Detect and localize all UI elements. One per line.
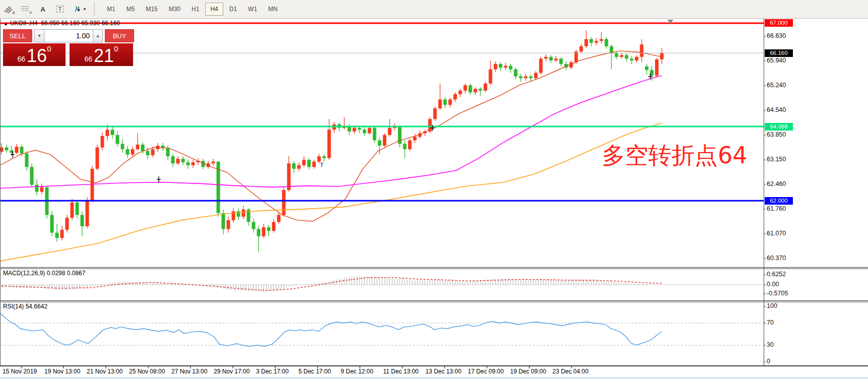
rsi-line	[0, 313, 662, 346]
candle-body	[474, 89, 477, 92]
candle-body	[494, 64, 498, 70]
candle-body	[439, 99, 442, 108]
timeframe-button-m15[interactable]: M15	[141, 3, 162, 16]
price-badge-67.000: 67.000	[765, 19, 793, 27]
timeframe-button-m5[interactable]: M5	[121, 3, 140, 16]
ask-price-tile[interactable]: 66210	[70, 43, 133, 66]
candle-body	[595, 41, 598, 43]
text-box-icon[interactable]: T	[52, 3, 68, 16]
time-axis-label: 9 Dec 12:00	[341, 368, 374, 375]
price-axis-label: 62.460	[767, 180, 786, 187]
candle-body	[176, 159, 180, 163]
timeframe-button-m30[interactable]: M30	[164, 3, 185, 16]
candle-body	[50, 215, 54, 232]
price-axis-label: 66.630	[767, 32, 786, 39]
symbol-header: ▲UKOIl-,H4 66.050 66.160 65.930 66.160	[4, 20, 120, 27]
candle-body	[166, 148, 170, 156]
timeframe-button-h4[interactable]: H4	[205, 3, 223, 16]
time-axis-label: 19 Dec 09:00	[510, 368, 546, 375]
candle-body	[81, 215, 84, 226]
volume-input[interactable]	[44, 29, 93, 42]
candle-body	[116, 135, 119, 144]
candle-body	[519, 77, 523, 79]
candle-body	[539, 58, 543, 73]
candle-body	[5, 148, 9, 151]
time-axis-label: 5 Dec 17:00	[298, 368, 331, 375]
candle-body	[504, 66, 508, 68]
candle-body	[277, 215, 281, 222]
timeframe-button-h1[interactable]: H1	[187, 3, 204, 16]
t-marker[interactable]: T	[320, 162, 324, 168]
rsi-axis-label: 0	[767, 358, 770, 365]
candle-body	[282, 190, 286, 215]
bid-price-tile[interactable]: 66160	[3, 43, 66, 66]
candle-body	[287, 163, 291, 190]
symbol-direction-arrow: ▲	[4, 21, 8, 26]
candle-body	[101, 136, 104, 148]
candle-body	[433, 108, 437, 119]
indicators-grid-icon[interactable]: F	[18, 3, 33, 16]
rsi-axis-label: 70	[767, 319, 774, 326]
time-axis-label: 11 Dec 13:00	[383, 368, 419, 375]
candle-body	[313, 162, 316, 167]
time-axis-label: 23 Dec 04:00	[552, 368, 588, 375]
candle-body	[449, 99, 452, 105]
candle-body	[464, 85, 467, 91]
candle-body	[645, 67, 649, 70]
timeframe-button-d1[interactable]: D1	[224, 3, 242, 16]
candle-body	[655, 59, 659, 76]
time-axis-label: 15 Nov 2019	[3, 368, 37, 375]
candle-body	[358, 128, 361, 130]
candle-body	[640, 44, 644, 57]
candle-body	[580, 46, 583, 52]
timeframe-button-mn[interactable]: MN	[263, 3, 283, 16]
candle-body	[549, 57, 553, 60]
macd-axis-label: 0.6252	[767, 271, 786, 278]
candle-body	[600, 39, 603, 41]
line-studies-icon[interactable]: E	[1, 3, 16, 16]
toolbar-grip[interactable]	[94, 3, 98, 16]
symbol-name: UKOIl-,H4	[10, 20, 38, 27]
candle-body	[25, 153, 29, 167]
rsi-axis-label: 100	[767, 302, 777, 309]
candle-body	[307, 160, 311, 167]
candle-body	[408, 140, 412, 149]
candle-body	[554, 58, 558, 60]
candle-body	[121, 144, 125, 149]
candle-body	[171, 156, 175, 163]
volume-increase-button[interactable]: ▲	[93, 29, 103, 42]
price-axis-label: 60.370	[767, 255, 786, 262]
candle-body	[605, 39, 608, 46]
candle-body	[302, 160, 306, 165]
arrow-objects-icon[interactable]: ▼	[70, 3, 90, 16]
timeframe-button-m1[interactable]: M1	[102, 3, 120, 16]
candle-body	[378, 140, 382, 146]
sell-button[interactable]: SELL	[3, 29, 32, 42]
timeframe-button-w1[interactable]: W1	[243, 3, 262, 16]
candle-body	[76, 203, 79, 215]
candle-body	[403, 144, 407, 149]
toolbar: E F A T ▼ M1M5M15M30H1H4D1W1MN	[0, 0, 868, 19]
candle-body	[146, 151, 150, 155]
trading-platform-window: E F A T ▼ M1M5M15M30H1H4D1W1MN T ▲UKOIl-…	[0, 0, 868, 379]
text-label-icon[interactable]: A	[35, 3, 50, 16]
candle-body	[373, 128, 377, 141]
candle-body	[328, 130, 331, 158]
candle-body	[469, 85, 472, 92]
candle-body	[660, 53, 664, 59]
candle-body	[635, 57, 639, 60]
time-axis-label: 17 Dec 09:00	[468, 368, 504, 375]
time-axis-label: 3 Dec 17:00	[256, 368, 289, 375]
price-badge-62.000: 62.000	[765, 197, 793, 205]
candle-body	[30, 167, 34, 184]
candle-body	[454, 94, 457, 100]
candle-body	[459, 91, 462, 94]
candle-body	[257, 229, 261, 236]
price-axis-label: 64.540	[767, 106, 786, 113]
volume-decrease-button[interactable]: ▼	[34, 29, 44, 42]
candle-body	[297, 165, 301, 169]
buy-button[interactable]: BUY	[105, 29, 134, 42]
candle-body	[534, 73, 538, 79]
candle-body	[212, 162, 215, 164]
price-axis-label: 61.760	[767, 205, 786, 212]
